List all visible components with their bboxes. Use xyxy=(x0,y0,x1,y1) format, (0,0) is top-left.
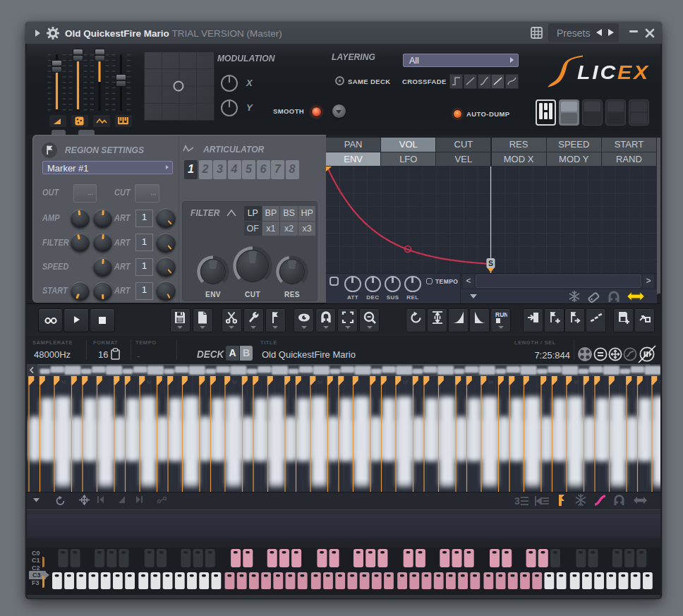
svg-text:M: M xyxy=(403,379,408,385)
svg-text:M: M xyxy=(318,379,322,385)
svg-text:M: M xyxy=(574,379,579,385)
svg-text:M: M xyxy=(659,379,660,385)
svg-text:3: 3 xyxy=(514,495,520,507)
svg-text:M: M xyxy=(61,379,66,385)
svg-text:M: M xyxy=(147,379,152,385)
svg-text:M: M xyxy=(232,379,237,385)
svg-text:RUN: RUN xyxy=(495,311,507,318)
svg-text:M: M xyxy=(488,379,493,385)
svg-text:S: S xyxy=(488,259,493,267)
